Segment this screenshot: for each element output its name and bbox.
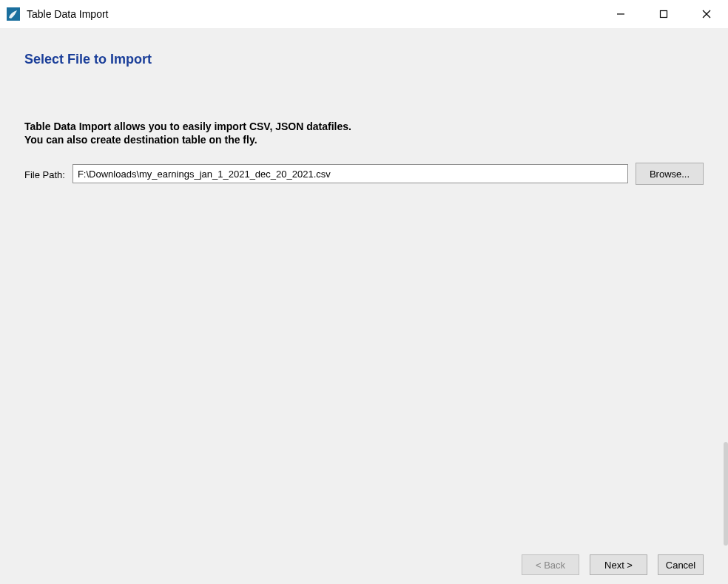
minimize-button[interactable] <box>599 0 642 28</box>
app-icon <box>6 7 21 21</box>
file-path-row: File Path: Browse... <box>0 146 728 185</box>
file-path-input[interactable] <box>73 164 628 183</box>
wizard-footer: < Back Next > Cancel <box>522 554 704 575</box>
next-button[interactable]: Next > <box>590 554 647 575</box>
maximize-icon <box>659 10 668 18</box>
file-path-label: File Path: <box>24 168 65 180</box>
description-line-1: Table Data Import allows you to easily i… <box>24 120 728 134</box>
cancel-button[interactable]: Cancel <box>658 554 704 575</box>
window-title: Table Data Import <box>27 8 599 20</box>
description-line-2: You can also create destination table on… <box>24 134 728 147</box>
minimize-icon <box>616 10 625 18</box>
window-titlebar: Table Data Import <box>0 0 728 28</box>
description-block: Table Data Import allows you to easily i… <box>0 67 728 146</box>
close-button[interactable] <box>685 0 728 28</box>
svg-rect-2 <box>661 11 667 18</box>
close-icon <box>702 10 711 18</box>
maximize-button[interactable] <box>642 0 685 28</box>
scrollbar-thumb[interactable] <box>724 442 728 546</box>
window-controls <box>599 0 728 28</box>
back-button[interactable]: < Back <box>522 554 579 575</box>
wizard-content: Select File to Import Table Data Import … <box>0 28 728 584</box>
page-heading: Select File to Import <box>0 28 728 67</box>
browse-button[interactable]: Browse... <box>636 163 704 185</box>
